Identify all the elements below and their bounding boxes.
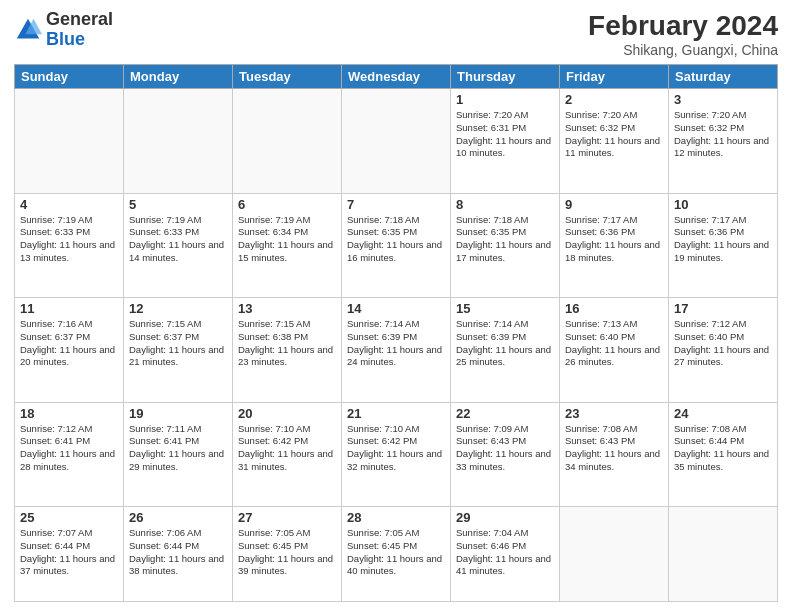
day-cell: 23Sunrise: 7:08 AM Sunset: 6:43 PM Dayli… [560, 402, 669, 507]
day-info: Sunrise: 7:13 AM Sunset: 6:40 PM Dayligh… [565, 318, 663, 369]
day-cell: 19Sunrise: 7:11 AM Sunset: 6:41 PM Dayli… [124, 402, 233, 507]
header-monday: Monday [124, 65, 233, 89]
day-info: Sunrise: 7:04 AM Sunset: 6:46 PM Dayligh… [456, 527, 554, 578]
day-number: 27 [238, 510, 336, 525]
day-info: Sunrise: 7:12 AM Sunset: 6:41 PM Dayligh… [20, 423, 118, 474]
day-cell [15, 89, 124, 194]
week-row-4: 18Sunrise: 7:12 AM Sunset: 6:41 PM Dayli… [15, 402, 778, 507]
day-info: Sunrise: 7:20 AM Sunset: 6:31 PM Dayligh… [456, 109, 554, 160]
day-number: 12 [129, 301, 227, 316]
day-info: Sunrise: 7:10 AM Sunset: 6:42 PM Dayligh… [238, 423, 336, 474]
day-info: Sunrise: 7:15 AM Sunset: 6:38 PM Dayligh… [238, 318, 336, 369]
day-info: Sunrise: 7:19 AM Sunset: 6:34 PM Dayligh… [238, 214, 336, 265]
day-cell: 13Sunrise: 7:15 AM Sunset: 6:38 PM Dayli… [233, 298, 342, 403]
day-cell: 8Sunrise: 7:18 AM Sunset: 6:35 PM Daylig… [451, 193, 560, 298]
day-cell [560, 507, 669, 602]
day-number: 1 [456, 92, 554, 107]
day-cell: 27Sunrise: 7:05 AM Sunset: 6:45 PM Dayli… [233, 507, 342, 602]
day-number: 11 [20, 301, 118, 316]
logo-icon [14, 16, 42, 44]
day-cell: 7Sunrise: 7:18 AM Sunset: 6:35 PM Daylig… [342, 193, 451, 298]
header-saturday: Saturday [669, 65, 778, 89]
logo-text: General Blue [46, 10, 113, 50]
day-number: 15 [456, 301, 554, 316]
day-number: 5 [129, 197, 227, 212]
title-block: February 2024 Shikang, Guangxi, China [588, 10, 778, 58]
day-info: Sunrise: 7:09 AM Sunset: 6:43 PM Dayligh… [456, 423, 554, 474]
day-number: 25 [20, 510, 118, 525]
day-number: 13 [238, 301, 336, 316]
header-friday: Friday [560, 65, 669, 89]
day-info: Sunrise: 7:12 AM Sunset: 6:40 PM Dayligh… [674, 318, 772, 369]
day-cell [233, 89, 342, 194]
week-row-1: 1Sunrise: 7:20 AM Sunset: 6:31 PM Daylig… [15, 89, 778, 194]
day-cell: 17Sunrise: 7:12 AM Sunset: 6:40 PM Dayli… [669, 298, 778, 403]
day-number: 21 [347, 406, 445, 421]
page: General Blue February 2024 Shikang, Guan… [0, 0, 792, 612]
day-cell [342, 89, 451, 194]
day-number: 3 [674, 92, 772, 107]
day-number: 18 [20, 406, 118, 421]
day-number: 9 [565, 197, 663, 212]
day-cell: 1Sunrise: 7:20 AM Sunset: 6:31 PM Daylig… [451, 89, 560, 194]
day-number: 14 [347, 301, 445, 316]
day-info: Sunrise: 7:10 AM Sunset: 6:42 PM Dayligh… [347, 423, 445, 474]
day-info: Sunrise: 7:19 AM Sunset: 6:33 PM Dayligh… [20, 214, 118, 265]
day-number: 23 [565, 406, 663, 421]
day-info: Sunrise: 7:19 AM Sunset: 6:33 PM Dayligh… [129, 214, 227, 265]
day-number: 17 [674, 301, 772, 316]
day-info: Sunrise: 7:07 AM Sunset: 6:44 PM Dayligh… [20, 527, 118, 578]
header-wednesday: Wednesday [342, 65, 451, 89]
day-number: 19 [129, 406, 227, 421]
day-info: Sunrise: 7:08 AM Sunset: 6:43 PM Dayligh… [565, 423, 663, 474]
header-sunday: Sunday [15, 65, 124, 89]
day-info: Sunrise: 7:14 AM Sunset: 6:39 PM Dayligh… [347, 318, 445, 369]
day-info: Sunrise: 7:11 AM Sunset: 6:41 PM Dayligh… [129, 423, 227, 474]
day-number: 2 [565, 92, 663, 107]
day-cell: 3Sunrise: 7:20 AM Sunset: 6:32 PM Daylig… [669, 89, 778, 194]
day-cell: 22Sunrise: 7:09 AM Sunset: 6:43 PM Dayli… [451, 402, 560, 507]
day-info: Sunrise: 7:06 AM Sunset: 6:44 PM Dayligh… [129, 527, 227, 578]
day-cell: 12Sunrise: 7:15 AM Sunset: 6:37 PM Dayli… [124, 298, 233, 403]
day-cell: 29Sunrise: 7:04 AM Sunset: 6:46 PM Dayli… [451, 507, 560, 602]
day-number: 16 [565, 301, 663, 316]
day-info: Sunrise: 7:20 AM Sunset: 6:32 PM Dayligh… [565, 109, 663, 160]
logo-blue: Blue [46, 29, 85, 49]
day-info: Sunrise: 7:18 AM Sunset: 6:35 PM Dayligh… [456, 214, 554, 265]
day-cell: 2Sunrise: 7:20 AM Sunset: 6:32 PM Daylig… [560, 89, 669, 194]
day-number: 10 [674, 197, 772, 212]
day-cell: 9Sunrise: 7:17 AM Sunset: 6:36 PM Daylig… [560, 193, 669, 298]
day-cell: 11Sunrise: 7:16 AM Sunset: 6:37 PM Dayli… [15, 298, 124, 403]
day-number: 24 [674, 406, 772, 421]
day-number: 26 [129, 510, 227, 525]
day-cell: 15Sunrise: 7:14 AM Sunset: 6:39 PM Dayli… [451, 298, 560, 403]
day-info: Sunrise: 7:18 AM Sunset: 6:35 PM Dayligh… [347, 214, 445, 265]
location: Shikang, Guangxi, China [588, 42, 778, 58]
header-thursday: Thursday [451, 65, 560, 89]
day-info: Sunrise: 7:08 AM Sunset: 6:44 PM Dayligh… [674, 423, 772, 474]
day-cell: 6Sunrise: 7:19 AM Sunset: 6:34 PM Daylig… [233, 193, 342, 298]
day-number: 20 [238, 406, 336, 421]
logo: General Blue [14, 10, 113, 50]
day-cell: 10Sunrise: 7:17 AM Sunset: 6:36 PM Dayli… [669, 193, 778, 298]
day-cell [669, 507, 778, 602]
day-info: Sunrise: 7:20 AM Sunset: 6:32 PM Dayligh… [674, 109, 772, 160]
day-cell: 21Sunrise: 7:10 AM Sunset: 6:42 PM Dayli… [342, 402, 451, 507]
days-header-row: Sunday Monday Tuesday Wednesday Thursday… [15, 65, 778, 89]
day-number: 28 [347, 510, 445, 525]
day-info: Sunrise: 7:14 AM Sunset: 6:39 PM Dayligh… [456, 318, 554, 369]
week-row-3: 11Sunrise: 7:16 AM Sunset: 6:37 PM Dayli… [15, 298, 778, 403]
day-cell: 20Sunrise: 7:10 AM Sunset: 6:42 PM Dayli… [233, 402, 342, 507]
day-info: Sunrise: 7:15 AM Sunset: 6:37 PM Dayligh… [129, 318, 227, 369]
day-info: Sunrise: 7:17 AM Sunset: 6:36 PM Dayligh… [674, 214, 772, 265]
day-cell: 16Sunrise: 7:13 AM Sunset: 6:40 PM Dayli… [560, 298, 669, 403]
day-cell [124, 89, 233, 194]
week-row-2: 4Sunrise: 7:19 AM Sunset: 6:33 PM Daylig… [15, 193, 778, 298]
day-number: 6 [238, 197, 336, 212]
day-cell: 26Sunrise: 7:06 AM Sunset: 6:44 PM Dayli… [124, 507, 233, 602]
logo-general: General [46, 9, 113, 29]
day-number: 29 [456, 510, 554, 525]
day-number: 22 [456, 406, 554, 421]
header-tuesday: Tuesday [233, 65, 342, 89]
month-year: February 2024 [588, 10, 778, 42]
